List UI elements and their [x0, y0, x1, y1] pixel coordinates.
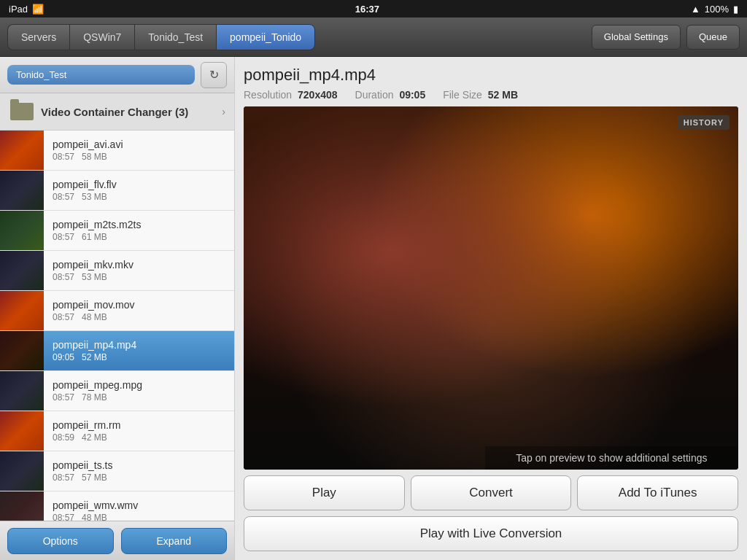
- content: Tonido_Test ↻ Video Container Changer (3…: [0, 57, 747, 560]
- video-overlay-text: Tap on preview to show additional settin…: [485, 446, 738, 470]
- file-info: pompeii_mpeg.mpg 08:57 78 MB: [44, 373, 234, 408]
- queue-button[interactable]: Queue: [686, 25, 740, 50]
- resolution-label: Resolution 720x408: [244, 89, 338, 101]
- file-name: pompeii_ts.ts: [53, 459, 225, 471]
- main-header: pompeii_mp4.mp4 Resolution 720x408 Durat…: [244, 66, 738, 101]
- file-info: pompeii_flv.flv 08:57 53 MB: [44, 173, 234, 208]
- file-meta: 08:57 53 MB: [53, 192, 225, 202]
- refresh-button[interactable]: ↻: [201, 62, 227, 88]
- file-name: pompeii_avi.avi: [53, 139, 225, 150]
- location-icon: ▲: [691, 4, 700, 15]
- nav-actions: Global Settings Queue: [592, 25, 740, 50]
- file-info: pompeii_avi.avi 08:57 58 MB: [44, 133, 234, 168]
- file-thumbnail: [0, 411, 44, 451]
- file-thumbnail: [0, 371, 44, 411]
- file-title: pompeii_mp4.mp4: [244, 66, 738, 85]
- battery-label: 100%: [705, 4, 729, 15]
- video-preview[interactable]: HISTORY Tap on preview to show additiona…: [244, 106, 738, 470]
- server-label: Tonido_Test: [7, 65, 195, 85]
- nav-bar: Servers QSWin7 Tonido_Test pompeii_Tonid…: [0, 18, 747, 57]
- nav-tabs: Servers QSWin7 Tonido_Test pompeii_Tonid…: [7, 24, 592, 50]
- file-info: pompeii_mkv.mkv 08:57 53 MB: [44, 253, 234, 288]
- add-to-itunes-button[interactable]: Add To iTunes: [577, 475, 738, 510]
- file-name: pompeii_rm.rm: [53, 419, 225, 431]
- tab-tonido-test[interactable]: Tonido_Test: [134, 24, 216, 50]
- file-name: pompeii_mp4.mp4: [53, 339, 225, 351]
- status-bar: iPad 📶 16:37 ▲ 100% ▮: [0, 0, 747, 18]
- list-item[interactable]: pompeii_m2ts.m2ts 08:57 61 MB: [0, 211, 234, 251]
- video-background: [244, 106, 738, 470]
- list-item[interactable]: pompeii_mpeg.mpg 08:57 78 MB: [0, 371, 234, 411]
- list-item[interactable]: pompeii_mkv.mkv 08:57 53 MB: [0, 251, 234, 291]
- file-meta: 08:57 48 MB: [53, 513, 225, 521]
- file-thumbnail: [0, 251, 44, 290]
- file-thumbnail: [0, 491, 44, 521]
- file-name: pompeii_m2ts.m2ts: [53, 219, 225, 230]
- file-meta: 08:57 78 MB: [53, 392, 225, 402]
- file-thumbnail: [0, 171, 44, 210]
- tab-servers[interactable]: Servers: [7, 24, 69, 50]
- main-content: pompeii_mp4.mp4 Resolution 720x408 Durat…: [235, 57, 747, 560]
- status-left: iPad 📶: [9, 4, 44, 15]
- file-size-value: 52 MB: [488, 89, 518, 101]
- file-info: pompeii_wmv.wmv 08:57 48 MB: [44, 494, 234, 521]
- file-info: pompeii_rm.rm 08:59 42 MB: [44, 413, 234, 448]
- list-item[interactable]: pompeii_ts.ts 08:57 57 MB: [0, 451, 234, 491]
- convert-button[interactable]: Convert: [411, 475, 572, 510]
- action-buttons: Play Convert Add To iTunes: [244, 475, 738, 510]
- play-with-live-conversion-button[interactable]: Play with Live Conversion: [244, 516, 738, 551]
- wifi-icon: 📶: [32, 4, 44, 15]
- file-name: pompeii_flv.flv: [53, 179, 225, 190]
- bottom-buttons: Play with Live Conversion: [244, 516, 738, 551]
- file-list: pompeii_avi.avi 08:57 58 MB pompeii_flv.…: [0, 131, 234, 521]
- sidebar: Tonido_Test ↻ Video Container Changer (3…: [0, 57, 235, 560]
- list-item[interactable]: pompeii_wmv.wmv 08:57 48 MB: [0, 491, 234, 521]
- file-size-info: File Size 52 MB: [443, 89, 518, 101]
- history-badge: HISTORY: [678, 115, 729, 130]
- play-button[interactable]: Play: [244, 475, 405, 510]
- tab-pompeii-tonido[interactable]: pompeii_Tonido: [216, 24, 315, 50]
- file-meta: 09:05 52 MB: [53, 352, 225, 362]
- file-meta: 08:57 48 MB: [53, 312, 225, 322]
- duration-value: 09:05: [399, 89, 425, 101]
- sidebar-footer: Options Expand: [0, 521, 234, 560]
- file-meta: 08:59 42 MB: [53, 432, 225, 443]
- device-label: iPad: [9, 4, 28, 15]
- file-meta: 08:57 57 MB: [53, 472, 225, 483]
- file-name: pompeii_mkv.mkv: [53, 259, 225, 271]
- file-thumbnail: [0, 291, 44, 330]
- file-info: pompeii_mp4.mp4 09:05 52 MB: [44, 333, 234, 368]
- file-details: Resolution 720x408 Duration 09:05 File S…: [244, 89, 738, 101]
- status-right: ▲ 100% ▮: [691, 4, 738, 15]
- category-label: Video Container Changer (3): [41, 106, 222, 118]
- duration-info: Duration 09:05: [355, 89, 426, 101]
- global-settings-button[interactable]: Global Settings: [592, 25, 681, 50]
- list-item[interactable]: pompeii_rm.rm 08:59 42 MB: [0, 411, 234, 451]
- list-item[interactable]: pompeii_mov.mov 08:57 48 MB: [0, 291, 234, 331]
- file-name: pompeii_mov.mov: [53, 299, 225, 311]
- file-thumbnail: [0, 331, 44, 370]
- file-meta: 08:57 61 MB: [53, 232, 225, 242]
- file-info: pompeii_m2ts.m2ts 08:57 61 MB: [44, 213, 234, 248]
- file-info: pompeii_ts.ts 08:57 57 MB: [44, 454, 234, 489]
- file-thumbnail: [0, 131, 44, 170]
- chevron-right-icon: ›: [222, 106, 225, 117]
- list-item[interactable]: pompeii_flv.flv 08:57 53 MB: [0, 171, 234, 211]
- file-meta: 08:57 58 MB: [53, 152, 225, 162]
- tab-qswin7[interactable]: QSWin7: [69, 24, 134, 50]
- file-thumbnail: [0, 211, 44, 250]
- list-item[interactable]: pompeii_avi.avi 08:57 58 MB: [0, 131, 234, 171]
- file-info: pompeii_mov.mov 08:57 48 MB: [44, 293, 234, 328]
- file-thumbnail: [0, 451, 44, 491]
- folder-icon: [9, 101, 35, 122]
- status-time: 16:37: [355, 4, 379, 15]
- options-button[interactable]: Options: [7, 528, 114, 554]
- file-name: pompeii_wmv.wmv: [53, 499, 225, 511]
- expand-button[interactable]: Expand: [121, 528, 228, 554]
- battery-icon: ▮: [733, 4, 738, 15]
- file-name: pompeii_mpeg.mpg: [53, 379, 225, 391]
- resolution-value: 720x408: [298, 89, 338, 101]
- category-header[interactable]: Video Container Changer (3) ›: [0, 93, 234, 131]
- list-item[interactable]: pompeii_mp4.mp4 09:05 52 MB: [0, 331, 234, 371]
- file-meta: 08:57 53 MB: [53, 272, 225, 282]
